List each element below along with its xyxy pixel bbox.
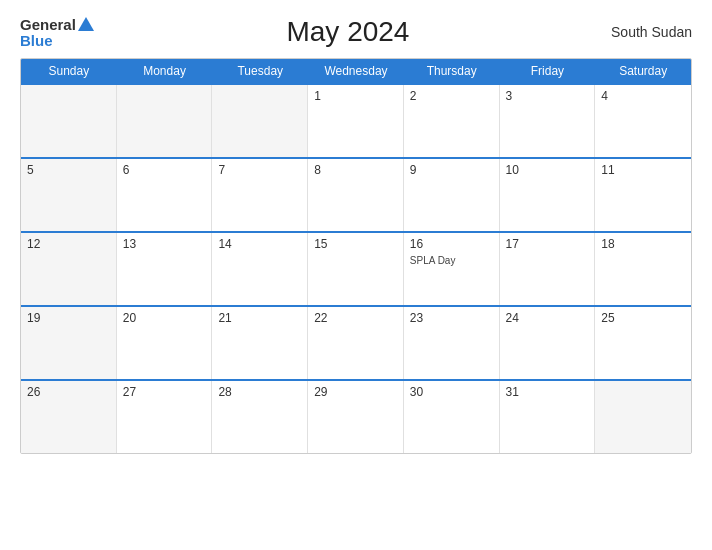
country-label: South Sudan bbox=[602, 24, 692, 40]
cell-w2-sat: 11 bbox=[595, 159, 691, 231]
header-thursday: Thursday bbox=[404, 59, 500, 83]
cell-w5-thu: 30 bbox=[404, 381, 500, 453]
cell-w4-sun: 19 bbox=[21, 307, 117, 379]
cell-w3-sun: 12 bbox=[21, 233, 117, 305]
cell-w1-sat: 4 bbox=[595, 85, 691, 157]
cell-w5-tue: 28 bbox=[212, 381, 308, 453]
cell-w2-sun: 5 bbox=[21, 159, 117, 231]
header-saturday: Saturday bbox=[595, 59, 691, 83]
header-tuesday: Tuesday bbox=[212, 59, 308, 83]
calendar-title: May 2024 bbox=[94, 16, 602, 48]
cell-w1-sun bbox=[21, 85, 117, 157]
cell-w4-fri: 24 bbox=[500, 307, 596, 379]
cell-w2-thu: 9 bbox=[404, 159, 500, 231]
cell-w1-fri: 3 bbox=[500, 85, 596, 157]
calendar: Sunday Monday Tuesday Wednesday Thursday… bbox=[20, 58, 692, 454]
cell-w3-tue: 14 bbox=[212, 233, 308, 305]
week-4: 19 20 21 22 23 24 25 bbox=[21, 305, 691, 379]
week-1: 1 2 3 4 bbox=[21, 83, 691, 157]
logo-blue-text: Blue bbox=[20, 33, 94, 48]
cell-w1-tue bbox=[212, 85, 308, 157]
week-2: 5 6 7 8 9 10 11 bbox=[21, 157, 691, 231]
cell-w4-sat: 25 bbox=[595, 307, 691, 379]
cell-w4-thu: 23 bbox=[404, 307, 500, 379]
cell-w2-fri: 10 bbox=[500, 159, 596, 231]
page: General Blue May 2024 South Sudan Sunday… bbox=[0, 0, 712, 550]
header-wednesday: Wednesday bbox=[308, 59, 404, 83]
cell-w1-mon bbox=[117, 85, 213, 157]
header-friday: Friday bbox=[500, 59, 596, 83]
logo-general-text: General bbox=[20, 17, 76, 32]
header-monday: Monday bbox=[117, 59, 213, 83]
cell-w4-mon: 20 bbox=[117, 307, 213, 379]
cell-w3-wed: 15 bbox=[308, 233, 404, 305]
week-3: 12 13 14 15 16 SPLA Day 17 18 bbox=[21, 231, 691, 305]
cell-w5-sat bbox=[595, 381, 691, 453]
cell-w5-sun: 26 bbox=[21, 381, 117, 453]
cell-w4-tue: 21 bbox=[212, 307, 308, 379]
cell-w3-fri: 17 bbox=[500, 233, 596, 305]
cell-w2-tue: 7 bbox=[212, 159, 308, 231]
cell-w5-fri: 31 bbox=[500, 381, 596, 453]
header: General Blue May 2024 South Sudan bbox=[20, 16, 692, 48]
cell-w2-mon: 6 bbox=[117, 159, 213, 231]
cell-w3-thu: 16 SPLA Day bbox=[404, 233, 500, 305]
cell-w3-sat: 18 bbox=[595, 233, 691, 305]
header-sunday: Sunday bbox=[21, 59, 117, 83]
cell-w5-mon: 27 bbox=[117, 381, 213, 453]
cell-w4-wed: 22 bbox=[308, 307, 404, 379]
calendar-body: 1 2 3 4 5 6 7 8 9 10 11 12 13 14 15 bbox=[21, 83, 691, 453]
cell-w5-wed: 29 bbox=[308, 381, 404, 453]
cell-w3-mon: 13 bbox=[117, 233, 213, 305]
cell-w1-wed: 1 bbox=[308, 85, 404, 157]
logo: General Blue bbox=[20, 17, 94, 48]
cell-w2-wed: 8 bbox=[308, 159, 404, 231]
logo-triangle-icon bbox=[78, 17, 94, 31]
week-5: 26 27 28 29 30 31 bbox=[21, 379, 691, 453]
calendar-header: Sunday Monday Tuesday Wednesday Thursday… bbox=[21, 59, 691, 83]
cell-w1-thu: 2 bbox=[404, 85, 500, 157]
